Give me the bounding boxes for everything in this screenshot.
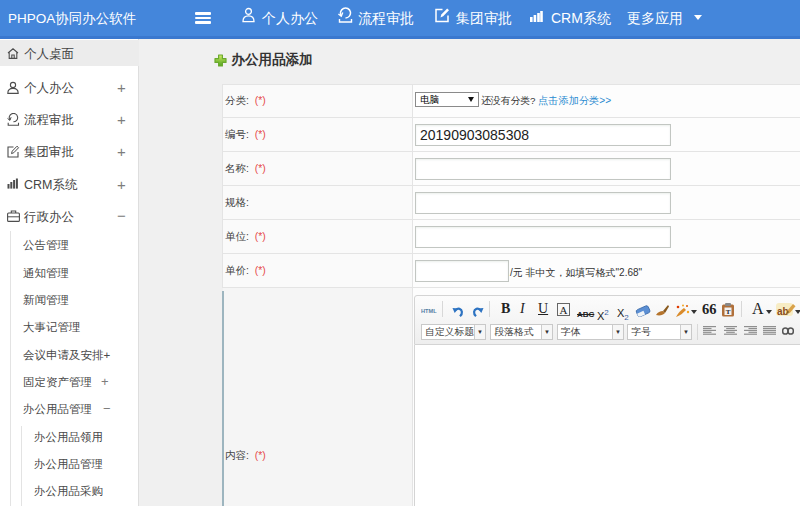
svg-text:T: T bbox=[726, 308, 731, 316]
